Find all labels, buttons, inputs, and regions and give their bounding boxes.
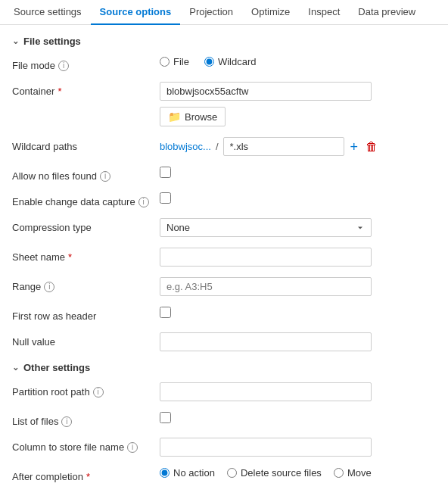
file-settings-label: File settings	[23, 36, 81, 47]
allow-no-files-label: Allow no files found i	[12, 167, 152, 182]
after-completion-options: No action Delete source files Move	[160, 467, 436, 479]
allow-no-files-info-icon[interactable]: i	[100, 171, 110, 182]
after-completion-delete-source[interactable]: Delete source files	[227, 467, 322, 479]
file-mode-file-label: File	[173, 56, 189, 67]
move-label: Move	[347, 467, 372, 479]
after-completion-no-action[interactable]: No action	[160, 467, 215, 479]
wildcard-prefix: blobwjsoc...	[160, 141, 211, 152]
browse-label: Browse	[185, 111, 217, 123]
first-row-header-row: First row as header	[12, 307, 436, 322]
other-settings-chevron-icon: ⌄	[12, 363, 19, 373]
sheet-name-control	[160, 248, 436, 267]
file-mode-row: File mode i File Wildcard	[12, 56, 436, 71]
list-of-files-control	[160, 412, 436, 423]
column-store-info-icon[interactable]: i	[127, 442, 138, 453]
after-completion-required: *	[86, 471, 90, 482]
sheet-name-input[interactable]	[160, 248, 372, 267]
list-of-files-label: List of files i	[12, 412, 152, 427]
after-completion-move[interactable]: Move	[334, 467, 372, 479]
first-row-header-control	[160, 307, 436, 318]
container-required: *	[58, 86, 61, 97]
delete-source-label: Delete source files	[241, 467, 322, 479]
no-action-label: No action	[173, 467, 215, 479]
null-value-label: Null value	[12, 332, 152, 348]
column-store-filename-label: Column to store file name i	[12, 438, 152, 453]
tab-source-options[interactable]: Source options	[91, 0, 181, 25]
first-row-header-checkbox[interactable]	[160, 307, 171, 318]
range-info-icon[interactable]: i	[44, 282, 54, 292]
main-content: ⌄ File settings File mode i File Wildcar…	[0, 25, 448, 502]
add-wildcard-button[interactable]: +	[349, 139, 360, 155]
tab-optimize[interactable]: Optimize	[242, 0, 299, 25]
compression-type-select[interactable]: None gzip bzip2 deflate ZipDeflate TarGz…	[160, 218, 372, 237]
sheet-name-label: Sheet name *	[12, 248, 152, 263]
partition-root-info-icon[interactable]: i	[93, 387, 104, 398]
file-mode-options: File Wildcard	[160, 56, 436, 67]
partition-root-path-label: Partition root path i	[12, 382, 152, 398]
after-completion-label: After completion *	[12, 467, 152, 482]
plus-icon: +	[350, 140, 359, 154]
trash-icon: 🗑	[366, 140, 378, 154]
list-of-files-checkbox[interactable]	[160, 412, 171, 423]
range-row: Range i	[12, 277, 436, 296]
file-mode-label: File mode i	[12, 56, 152, 71]
range-control	[160, 277, 436, 296]
enable-change-data-label: Enable change data capture i	[12, 192, 152, 207]
tab-inspect[interactable]: Inspect	[299, 0, 349, 25]
tab-bar: Source settings Source options Projectio…	[0, 0, 448, 25]
sheet-name-required: *	[68, 251, 72, 263]
allow-no-files-row: Allow no files found i	[12, 167, 436, 182]
compression-type-control: None gzip bzip2 deflate ZipDeflate TarGz…	[160, 218, 436, 237]
partition-root-path-input[interactable]	[160, 382, 372, 401]
folder-icon: 📁	[168, 111, 181, 123]
container-controls: blobwjsocx55acftw 📁 Browse	[160, 82, 436, 126]
range-input[interactable]	[160, 277, 372, 296]
container-input[interactable]: blobwjsocx55acftw	[160, 82, 372, 101]
browse-button[interactable]: 📁 Browse	[160, 107, 226, 126]
partition-root-path-control	[160, 382, 436, 401]
list-of-files-info-icon[interactable]: i	[61, 416, 72, 427]
allow-no-files-control	[160, 167, 436, 178]
enable-change-data-checkbox[interactable]	[160, 192, 171, 204]
null-value-input[interactable]	[160, 332, 372, 351]
column-store-filename-input[interactable]	[160, 438, 372, 457]
list-of-files-row: List of files i	[12, 412, 436, 427]
wildcard-paths-row: Wildcard paths blobwjsoc... / *.xls + 🗑	[12, 137, 436, 156]
enable-change-data-control	[160, 192, 436, 204]
file-settings-header[interactable]: ⌄ File settings	[12, 36, 436, 47]
compression-type-label: Compression type	[12, 218, 152, 233]
other-settings-label: Other settings	[23, 362, 90, 373]
compression-type-row: Compression type None gzip bzip2 deflate…	[12, 218, 436, 237]
remove-wildcard-button[interactable]: 🗑	[364, 139, 379, 155]
file-mode-wildcard-label: Wildcard	[218, 56, 257, 67]
partition-root-path-row: Partition root path i	[12, 382, 436, 401]
column-store-filename-control	[160, 438, 436, 457]
file-mode-wildcard-option[interactable]: Wildcard	[204, 56, 257, 67]
allow-no-files-checkbox[interactable]	[160, 167, 171, 178]
wildcard-area: blobwjsoc... / *.xls + 🗑	[160, 137, 379, 156]
other-settings-header[interactable]: ⌄ Other settings	[12, 362, 436, 373]
tab-data-preview[interactable]: Data preview	[349, 0, 425, 25]
container-label: Container *	[12, 82, 152, 97]
wildcard-slash: /	[216, 141, 219, 152]
wildcard-paths-label: Wildcard paths	[12, 137, 152, 152]
column-store-filename-row: Column to store file name i	[12, 438, 436, 457]
container-row: Container * blobwjsocx55acftw 📁 Browse	[12, 82, 436, 126]
null-value-control	[160, 332, 436, 351]
tab-projection[interactable]: Projection	[180, 0, 242, 25]
after-completion-row: After completion * No action Delete sour…	[12, 467, 436, 482]
wildcard-paths-controls: blobwjsoc... / *.xls + 🗑	[160, 137, 436, 156]
sheet-name-row: Sheet name *	[12, 248, 436, 267]
range-label: Range i	[12, 277, 152, 292]
chevron-down-icon: ⌄	[12, 36, 19, 46]
wildcard-input[interactable]: *.xls	[223, 137, 344, 156]
null-value-row: Null value	[12, 332, 436, 351]
file-mode-file-option[interactable]: File	[160, 56, 189, 67]
first-row-header-label: First row as header	[12, 307, 152, 322]
enable-change-data-info-icon[interactable]: i	[138, 197, 149, 207]
file-mode-info-icon[interactable]: i	[58, 61, 69, 71]
enable-change-data-row: Enable change data capture i	[12, 192, 436, 207]
tab-source-settings[interactable]: Source settings	[5, 0, 91, 25]
